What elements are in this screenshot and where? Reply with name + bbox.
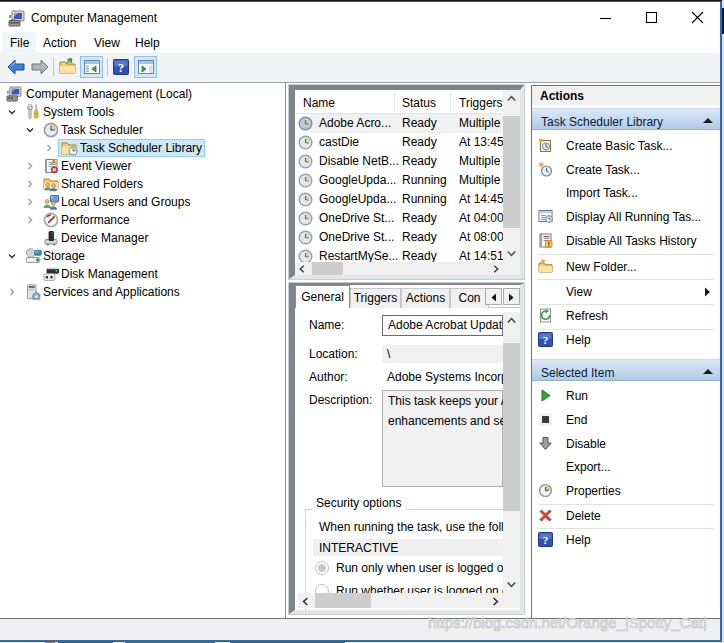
- svg-text:?: ?: [543, 534, 549, 546]
- svg-text:?: ?: [543, 334, 549, 346]
- svg-text:?: ?: [118, 61, 124, 75]
